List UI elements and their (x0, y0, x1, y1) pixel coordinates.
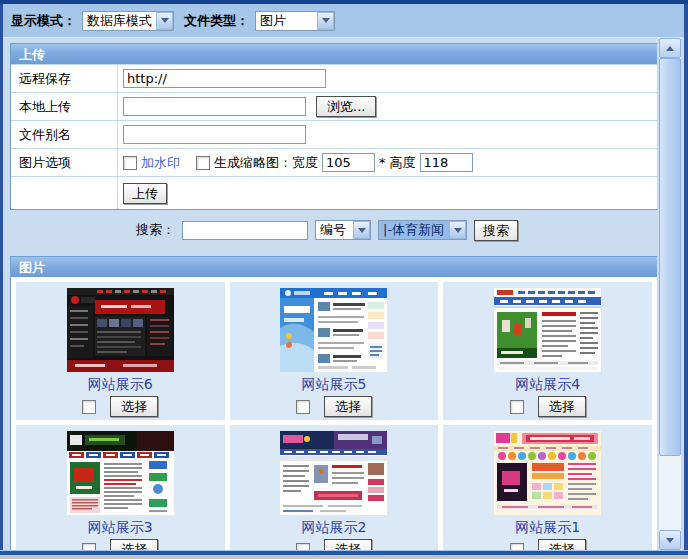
gallery-item: 网站展示3 选择 (16, 425, 225, 550)
watermark-checkbox[interactable] (123, 156, 137, 170)
remote-url-input[interactable] (123, 69, 326, 88)
scrollbar-thumb[interactable] (659, 58, 681, 456)
submit-row: 上传 (11, 176, 657, 209)
item-label: 网站展示3 (88, 519, 153, 535)
search-button[interactable]: 搜索 (474, 220, 518, 241)
thumbnail-image[interactable] (67, 288, 174, 372)
item-checkbox[interactable] (510, 543, 524, 551)
item-checkbox[interactable] (296, 400, 310, 414)
item-select-button[interactable]: 选择 (324, 539, 372, 550)
submit-row-spacer (11, 177, 118, 209)
gallery-panel: 图片 (10, 256, 657, 550)
gallery-item: 网站展示4 选择 (443, 282, 652, 420)
local-upload-label: 本地上传 (11, 93, 118, 120)
thumbnail-height-input[interactable] (420, 153, 473, 172)
display-mode-label: 显示模式： (11, 12, 76, 30)
search-category-select[interactable]: |-体育新闻 (378, 220, 467, 240)
watermark-label: 加水印 (141, 154, 180, 172)
dimension-separator: * (379, 155, 386, 170)
item-select-button[interactable]: 选择 (110, 539, 158, 550)
local-file-input[interactable] (123, 97, 306, 116)
thumbnail-image[interactable] (280, 288, 387, 372)
scroll-down-icon[interactable] (659, 530, 681, 550)
page-content: 上传 远程保存 本地上传 浏览... 文件别名 图片选项 加水印 (3, 38, 657, 550)
thumbnail-height-label: 高度 (390, 154, 416, 172)
thumbnail-image[interactable] (67, 431, 174, 515)
vertical-scrollbar[interactable] (659, 38, 681, 550)
thumbnail-image[interactable] (280, 431, 387, 515)
item-checkbox[interactable] (82, 543, 96, 551)
item-label: 网站展示6 (88, 376, 153, 392)
thumbnail-width-input[interactable] (322, 153, 375, 172)
search-input[interactable] (182, 221, 308, 240)
gallery-item: 网站展示1 选择 (443, 425, 652, 550)
browse-button[interactable]: 浏览... (316, 96, 376, 117)
scroll-up-icon[interactable] (659, 38, 681, 58)
display-mode-value: 数据库模式 (83, 12, 156, 30)
item-select-button[interactable]: 选择 (538, 396, 586, 417)
gallery-panel-title: 图片 (11, 257, 657, 277)
item-label: 网站展示2 (302, 519, 367, 535)
local-upload-row: 本地上传 浏览... (11, 92, 657, 120)
thumbnail-width-label: 生成缩略图：宽度 (214, 154, 318, 172)
thumbnail-image[interactable] (494, 431, 601, 515)
window-frame-right (684, 4, 688, 550)
item-checkbox[interactable] (82, 400, 96, 414)
item-checkbox[interactable] (296, 543, 310, 551)
item-select-button[interactable]: 选择 (324, 396, 372, 417)
search-field-value: 编号 (316, 221, 353, 239)
item-label: 网站展示4 (515, 376, 580, 392)
file-type-label: 文件类型： (184, 12, 249, 30)
mode-toolbar: 显示模式： 数据库模式 文件类型： 图片 (3, 4, 684, 38)
gallery-item: 网站展示5 选择 (230, 282, 439, 420)
file-alias-label: 文件别名 (11, 121, 118, 148)
gallery-item: 网站展示2 选择 (230, 425, 439, 550)
upload-panel: 上传 远程保存 本地上传 浏览... 文件别名 图片选项 加水印 (10, 43, 657, 210)
search-category-value: |-体育新闻 (379, 221, 449, 239)
upload-panel-title: 上传 (11, 44, 657, 64)
file-alias-input[interactable] (123, 125, 306, 144)
chevron-down-icon[interactable] (317, 12, 334, 30)
thumbnail-checkbox[interactable] (196, 156, 210, 170)
image-options-row: 图片选项 加水印 生成缩略图：宽度 * 高度 (11, 148, 657, 176)
gallery-grid: 网站展示6 选择 (11, 277, 657, 550)
search-bar: 搜索： 编号 |-体育新闻 搜索 (3, 218, 651, 242)
chevron-down-icon[interactable] (156, 12, 173, 30)
remote-save-label: 远程保存 (11, 65, 118, 92)
remote-save-row: 远程保存 (11, 64, 657, 92)
item-label: 网站展示1 (515, 519, 580, 535)
chevron-down-icon[interactable] (353, 221, 370, 239)
item-select-button[interactable]: 选择 (110, 396, 158, 417)
item-checkbox[interactable] (510, 400, 524, 414)
file-type-select[interactable]: 图片 (255, 11, 335, 31)
thumbnail-image[interactable] (494, 288, 601, 372)
item-select-button[interactable]: 选择 (538, 539, 586, 550)
file-type-value: 图片 (256, 12, 317, 30)
window-frame-bottom (0, 550, 688, 559)
image-options-label: 图片选项 (11, 149, 118, 176)
chevron-down-icon[interactable] (449, 221, 466, 239)
item-label: 网站展示5 (302, 376, 367, 392)
search-label: 搜索： (136, 221, 175, 239)
upload-submit-button[interactable]: 上传 (123, 183, 167, 204)
search-field-select[interactable]: 编号 (315, 220, 371, 240)
file-alias-row: 文件别名 (11, 120, 657, 148)
gallery-item: 网站展示6 选择 (16, 282, 225, 420)
display-mode-select[interactable]: 数据库模式 (82, 11, 174, 31)
